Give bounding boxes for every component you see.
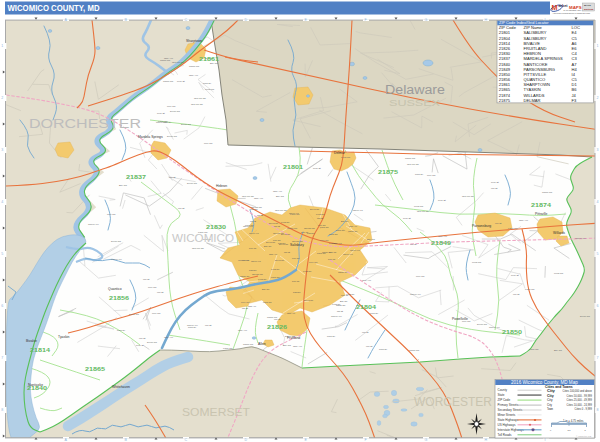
svg-text:Old Mill Rd: Old Mill Rd xyxy=(292,240,303,242)
svg-text:Fruitland: Fruitland xyxy=(287,336,300,340)
svg-text:Oak Ave: Oak Ave xyxy=(293,345,303,348)
svg-text:Oak Ave: Oak Ave xyxy=(164,336,174,339)
svg-text:Line Rd: Line Rd xyxy=(152,312,161,315)
svg-text:Mill St: Mill St xyxy=(257,214,263,216)
svg-text:Park Dr: Park Dr xyxy=(307,232,315,234)
svg-text:Old Mill Rd: Old Mill Rd xyxy=(172,61,184,64)
svg-text:Line Rd: Line Rd xyxy=(204,142,213,145)
svg-text:SOMERSET: SOMERSET xyxy=(182,406,250,418)
svg-text:Mill St: Mill St xyxy=(491,187,498,190)
svg-text:Farm Rd: Farm Rd xyxy=(525,288,535,291)
svg-text:Old Mill Rd: Old Mill Rd xyxy=(191,103,203,106)
svg-text:Farm Rd: Farm Rd xyxy=(317,252,326,254)
svg-text:G: G xyxy=(425,438,428,442)
svg-text:Line Rd: Line Rd xyxy=(416,275,425,278)
svg-text:Pine St: Pine St xyxy=(301,231,308,233)
svg-text:Parsonsburg: Parsonsburg xyxy=(472,224,491,228)
svg-text:Pine St: Pine St xyxy=(511,274,519,277)
svg-text:City: City xyxy=(547,394,554,398)
svg-text:Oak Ave: Oak Ave xyxy=(254,197,264,200)
svg-text:Tyaskin: Tyaskin xyxy=(58,335,70,339)
svg-text:Pine St: Pine St xyxy=(341,294,348,296)
svg-text:Oak Ave: Oak Ave xyxy=(248,305,257,307)
svg-text:Bay Rd: Bay Rd xyxy=(283,344,292,347)
svg-text:Cities 100,000 and above: Cities 100,000 and above xyxy=(563,389,593,393)
svg-text:Nanticoke: Nanticoke xyxy=(28,383,43,387)
svg-text:Mill St: Mill St xyxy=(169,176,176,179)
svg-text:Park Dr: Park Dr xyxy=(163,121,171,124)
svg-text:Oak Ave: Oak Ave xyxy=(362,279,372,282)
svg-text:21804: 21804 xyxy=(356,304,377,310)
svg-text:Camp Rd: Camp Rd xyxy=(542,191,553,194)
svg-text:Sharptown: Sharptown xyxy=(186,39,202,43)
svg-text:Oak Ave: Oak Ave xyxy=(438,235,448,238)
svg-text:Whitehaven: Whitehaven xyxy=(112,385,130,389)
svg-text:Cities 25,000 - 49,999: Cities 25,000 - 49,999 xyxy=(567,398,593,402)
svg-text:Camp Rd: Camp Rd xyxy=(243,343,254,346)
svg-text:Cherry Ln: Cherry Ln xyxy=(249,232,259,234)
svg-text:Quantico: Quantico xyxy=(108,287,122,291)
svg-text:Editions: Editions xyxy=(584,8,594,11)
svg-text:7: 7 xyxy=(1,356,3,360)
svg-text:WICOMICO COUNTY, MD: WICOMICO COUNTY, MD xyxy=(8,3,100,13)
svg-text:Dixon Rd: Dixon Rd xyxy=(181,123,192,126)
svg-text:Long Rd: Long Rd xyxy=(281,221,290,223)
svg-text:Mill St: Mill St xyxy=(157,291,164,294)
svg-text:Camp Rd: Camp Rd xyxy=(409,349,420,352)
svg-text:Mardela Springs: Mardela Springs xyxy=(138,135,163,139)
svg-text:4: 4 xyxy=(596,200,598,204)
svg-text:Long Rd: Long Rd xyxy=(341,156,351,159)
svg-text:ZIP Code: ZIP Code xyxy=(498,398,511,402)
svg-text:21875: 21875 xyxy=(499,98,511,103)
svg-text:Oak Ave: Oak Ave xyxy=(189,74,199,77)
svg-text:Bivalve: Bivalve xyxy=(26,339,37,343)
svg-text:Dixon Rd: Dixon Rd xyxy=(580,315,591,318)
svg-text:Long Rd: Long Rd xyxy=(472,261,482,264)
svg-text:Line Rd: Line Rd xyxy=(167,105,176,108)
svg-text:Farm Rd: Farm Rd xyxy=(529,348,539,351)
svg-text:Cherry Ln: Cherry Ln xyxy=(88,223,99,226)
svg-text:County: County xyxy=(498,388,508,392)
svg-text:Mill St: Mill St xyxy=(139,337,146,340)
svg-text:Line Rd: Line Rd xyxy=(329,242,337,244)
svg-text:State: State xyxy=(498,393,505,397)
svg-text:Oak Ave: Oak Ave xyxy=(269,253,278,255)
svg-text:21874: 21874 xyxy=(531,202,552,208)
svg-text:Dixon Rd: Dixon Rd xyxy=(147,341,158,344)
svg-text:Line Rd: Line Rd xyxy=(309,261,318,264)
svg-text:M: M xyxy=(552,3,558,12)
svg-text:Bay Rd: Bay Rd xyxy=(367,238,376,241)
svg-text:Long Rd: Long Rd xyxy=(332,303,341,305)
svg-text:State Highways: State Highways xyxy=(498,418,519,422)
svg-text:C: C xyxy=(185,18,188,22)
svg-text:Farm Rd: Farm Rd xyxy=(336,229,345,231)
svg-text:Line Rd: Line Rd xyxy=(292,257,300,259)
svg-text:Willards: Willards xyxy=(553,231,565,235)
svg-text:Camp Rd: Camp Rd xyxy=(405,157,416,160)
svg-text:Mill St: Mill St xyxy=(205,324,212,327)
svg-text:21826: 21826 xyxy=(267,324,288,330)
svg-text:Line Rd: Line Rd xyxy=(107,213,116,216)
svg-text:Pine St: Pine St xyxy=(242,259,249,261)
svg-text:Mill St: Mill St xyxy=(317,217,323,219)
svg-text:Mill St: Mill St xyxy=(250,220,256,222)
svg-text:Dixon Rd: Dixon Rd xyxy=(279,243,289,245)
svg-text:arket: arket xyxy=(559,4,569,8)
svg-text:4: 4 xyxy=(1,200,3,204)
svg-text:Mill St: Mill St xyxy=(143,278,150,281)
svg-text:Park Dr: Park Dr xyxy=(370,312,378,315)
svg-text:D: D xyxy=(245,18,248,22)
svg-text:Oak Ave: Oak Ave xyxy=(519,219,529,222)
svg-text:WORCESTER: WORCESTER xyxy=(414,395,492,409)
svg-text:Camp Rd: Camp Rd xyxy=(267,316,278,319)
svg-text:Farm Rd: Farm Rd xyxy=(320,226,329,228)
svg-text:Camp Rd: Camp Rd xyxy=(338,271,348,273)
svg-text:Farm Rd: Farm Rd xyxy=(329,233,338,235)
svg-text:Cherry Ln: Cherry Ln xyxy=(489,326,500,329)
svg-text:Long Rd: Long Rd xyxy=(303,270,312,272)
svg-text:Line Rd: Line Rd xyxy=(148,286,157,289)
svg-text:Park Dr: Park Dr xyxy=(379,348,387,351)
svg-text:3: 3 xyxy=(1,148,3,152)
svg-text:Pine St: Pine St xyxy=(328,258,335,260)
svg-text:Dixon Rd: Dixon Rd xyxy=(170,110,181,113)
